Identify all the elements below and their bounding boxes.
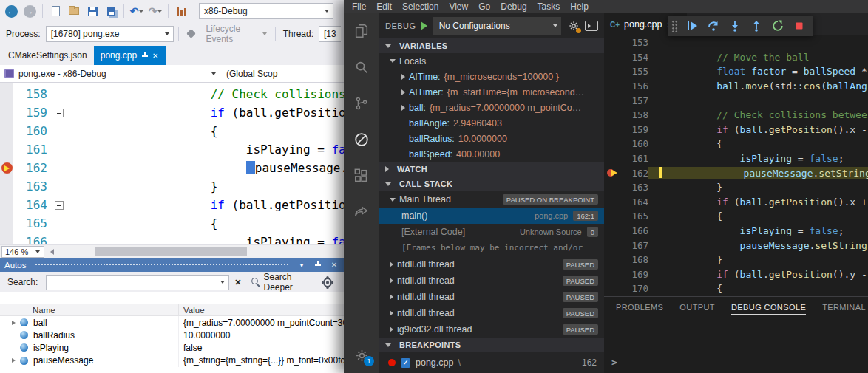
breakpoint-checkbox[interactable] [401,358,410,368]
settings-gear-icon[interactable]: 1 [353,346,370,364]
breakpoint-margin[interactable] [604,224,623,239]
scroll-left-icon[interactable] [50,249,54,255]
watch-section-header[interactable]: WATCH [379,162,604,177]
breakpoint-margin[interactable] [604,79,623,94]
breakpoint-margin[interactable] [0,196,13,214]
thread-row[interactable]: ntdll.dll threadPAUSED [379,256,604,273]
variables-section-header[interactable]: VARIABLES [379,38,604,53]
thread-row[interactable]: ntdll.dll threadPAUSED [379,273,604,289]
breakpoint-margin[interactable] [604,137,623,151]
debug-configuration-dropdown[interactable]: No Configurations [433,17,561,35]
horizontal-scrollbar[interactable] [60,247,344,256]
code-line[interactable]: 158 // Check collisions betwee [604,108,868,123]
breakpoint-margin[interactable] [604,281,623,296]
panel-tab-output[interactable]: OUTPUT [679,300,715,314]
search-deeper-button[interactable]: Search Deeper [247,270,319,294]
twisty-icon[interactable] [401,105,405,111]
process-dropdown[interactable]: [16780] pong.exe [46,26,174,42]
code-line[interactable]: 163 } [0,177,344,196]
breakpoint-margin[interactable] [604,253,623,267]
variable-row[interactable]: ballSpeed:400.00000 [379,146,604,162]
open-file-icon[interactable] [66,3,82,19]
twisty-icon[interactable] [390,326,393,332]
window-position-icon[interactable] [296,260,307,270]
panel-tab-debug-console[interactable]: DEBUG CONSOLE [731,300,806,315]
watch-row[interactable]: isPlayingfalse [0,341,344,354]
stack-frame[interactable]: [External Code]Unknown Source0 [379,224,604,240]
scrollbar-thumb[interactable] [95,247,247,256]
twisty-icon[interactable] [401,89,405,95]
code-line[interactable]: 157 [604,93,868,108]
navigate-back-icon[interactable] [3,3,19,19]
project-dropdown[interactable]: pong.exe - x86-Debug [18,65,220,82]
continue-button[interactable] [682,17,702,35]
code-line[interactable]: 170 { [604,281,868,296]
code-line[interactable]: 158 // Check collisions [0,85,344,103]
breakpoint-margin[interactable] [604,35,623,50]
breakpoint-margin[interactable] [0,85,13,103]
menu-view[interactable]: View [444,1,473,12]
breakpoint-margin[interactable] [604,165,623,180]
breakpoint-margin[interactable] [604,209,623,224]
column-header-name[interactable]: Name [0,304,179,315]
thread-row[interactable]: ntdll.dll threadPAUSED [379,289,604,305]
breakpoint-margin[interactable] [604,267,623,282]
column-header-value[interactable]: Value [179,304,344,315]
menu-selection[interactable]: Selection [397,1,444,12]
breakpoint-margin[interactable] [604,151,623,166]
vs-editor[interactable]: 158 // Check collisions159 if (ball.getP… [0,83,344,244]
breakpoint-margin[interactable] [604,64,623,79]
code-line[interactable]: 155 float factor = ballSpeed * [604,64,868,79]
menu-edit[interactable]: Edit [371,1,397,12]
open-debug-console-icon[interactable] [585,21,598,31]
profiler-icon[interactable] [173,3,189,19]
scope-dropdown[interactable]: (Global Scop [220,65,344,82]
code-line[interactable]: 154 // Move the ball [604,50,868,65]
breakpoint-margin[interactable] [604,123,623,137]
twisty-icon[interactable] [390,294,393,300]
start-debugging-icon[interactable] [421,21,427,30]
step-over-button[interactable] [703,17,724,35]
code-line[interactable]: 161 isPlaying = false; [604,151,868,166]
document-tab[interactable]: CMakeSettings.json [1,46,94,65]
callstack-main-thread[interactable]: Main Thread PAUSED ON BREAKPOINT [379,191,604,208]
code-line[interactable]: 160 { [604,137,868,151]
code-line[interactable]: 165 { [0,214,344,233]
code-line[interactable]: 162 pauseMessage.se [0,159,344,177]
watch-row[interactable]: ball{m_radius=7.00000000 m_pointCount=30 [0,316,344,329]
document-tab[interactable]: pong.cpp [94,46,166,65]
source-control-icon[interactable] [353,95,370,112]
lifecycle-events-button[interactable]: Lifecycle Events [202,24,271,44]
debug-icon[interactable] [353,131,370,148]
explorer-icon[interactable] [353,22,370,40]
locals-group[interactable]: Locals [379,53,604,69]
breakpoint-margin[interactable] [0,159,13,177]
close-icon[interactable] [152,50,158,61]
code-line[interactable]: 153 [604,35,868,50]
callstack-section-header[interactable]: CALL STACK [379,177,604,191]
vscode-code-lines[interactable]: 153154 // Move the ball155 float factor … [604,35,868,296]
variable-row[interactable]: ball:{m_radius=7.00000000 m_pointCo… [379,100,604,115]
code-line[interactable]: 159 if (ball.getPosition().x - [604,123,868,137]
twisty-icon[interactable] [390,278,393,284]
zoom-dropdown[interactable]: 146 % [1,246,44,258]
code-line[interactable]: 169 if (ball.getPosition().y - [604,267,868,282]
breakpoint-margin[interactable] [0,233,13,244]
menu-file[interactable]: File [347,1,371,12]
breakpoint-margin[interactable] [0,177,13,196]
restart-button[interactable] [767,17,788,35]
fold-toggle-icon[interactable] [55,109,64,117]
breakpoint-margin[interactable] [604,50,623,65]
code-line[interactable]: 159 if (ball.getPositio [0,103,344,122]
pin-icon[interactable] [141,52,148,60]
thread-row[interactable]: ig9icd32.dll threadPAUSED [379,321,604,338]
code-line[interactable]: 161 isPlaying = fal [0,140,344,159]
debug-console[interactable] [604,317,868,373]
pin-window-icon[interactable] [315,261,321,269]
new-file-icon[interactable] [47,3,64,19]
code-line[interactable]: 164 if (ball.getPosition().x + [604,195,868,210]
breakpoints-section-header[interactable]: BREAKPOINTS [379,338,604,352]
step-out-button[interactable] [746,17,767,35]
close-window-icon[interactable] [329,260,339,270]
menu-help[interactable]: Help [565,1,594,12]
